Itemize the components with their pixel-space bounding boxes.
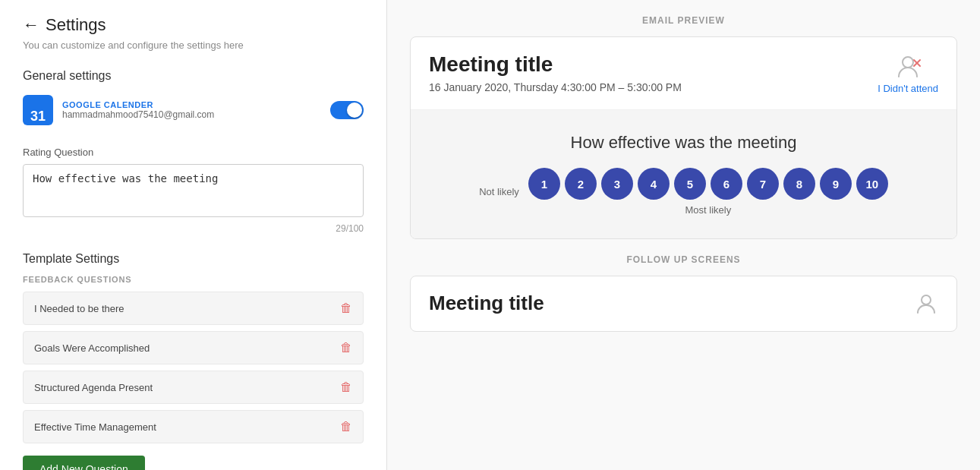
rating-question-label: Rating Question [23,147,364,158]
settings-subtitle: You can customize and configure the sett… [23,39,364,51]
rating-question-input[interactable] [23,164,364,217]
general-section-title: General settings [23,69,364,83]
email-rating-question: How effective was the meeting [429,133,938,153]
email-preview-label: EMAIL PREVIEW [410,15,957,26]
svg-point-3 [922,295,931,304]
feedback-item-1: I Needed to be there 🗑 [23,292,364,325]
follow-up-person-icon [914,292,938,316]
meeting-info: Meeting title 16 January 2020, Thursday … [429,52,682,93]
char-count: 29/100 [23,223,364,234]
calendar-email: hammadmahmood75410@gmail.com [62,109,214,120]
template-section-title: Template Settings [23,252,364,266]
follow-up-title: Meeting title [429,292,544,315]
add-question-button[interactable]: Add New Question [23,456,145,470]
rating-btn-2[interactable]: 2 [565,168,597,200]
feedback-item-4: Effective Time Management 🗑 [23,410,364,443]
rating-btn-4[interactable]: 4 [638,168,670,200]
settings-title: Settings [46,15,106,35]
back-arrow-icon: ← [23,15,39,35]
rating-btn-9[interactable]: 9 [820,168,852,200]
toggle-knob [347,103,362,118]
not-likely-label: Not likely [479,186,519,197]
delete-icon-3[interactable]: 🗑 [340,380,352,394]
most-likely-label: Most likely [685,204,732,216]
follow-up-label: FOLLOW UP SCREENS [410,254,957,265]
feedback-text-2: Goals Were Accomplished [34,342,150,354]
rating-btn-1[interactable]: 1 [528,168,560,200]
email-preview-card: Meeting title 16 January 2020, Thursday … [410,36,957,239]
meeting-date: 16 January 2020, Thursday 4:30:00 PM – 5… [429,81,682,93]
calendar-row: 31 GOOGLE CALENDER hammadmahmood75410@gm… [23,95,364,125]
feedback-item-3: Structured Agenda Present 🗑 [23,371,364,404]
back-button[interactable]: ← Settings [23,15,364,35]
delete-icon-2[interactable]: 🗑 [340,341,352,355]
calendar-info: 31 GOOGLE CALENDER hammadmahmood75410@gm… [23,95,214,125]
delete-icon-4[interactable]: 🗑 [340,420,352,434]
calendar-details: GOOGLE CALENDER hammadmahmood75410@gmail… [62,100,214,120]
rating-btn-5[interactable]: 5 [674,168,706,200]
right-panel: EMAIL PREVIEW Meeting title 16 January 2… [387,0,980,470]
attendee-icon [894,52,922,80]
didnt-attend-link[interactable]: I Didn't attend [878,83,938,94]
rating-section: How effective was the meeting Not likely… [411,110,956,238]
rating-numbers: 1 2 3 4 5 6 7 8 9 10 [528,168,888,200]
svg-point-0 [903,57,913,68]
email-header: Meeting title 16 January 2020, Thursday … [411,37,956,110]
left-panel: ← Settings You can customize and configu… [0,0,387,470]
rating-btn-6[interactable]: 6 [711,168,742,200]
feedback-text-3: Structured Agenda Present [34,382,153,393]
delete-icon-1[interactable]: 🗑 [340,301,352,315]
calendar-icon: 31 [23,95,53,125]
feedback-questions-label: FEEDBACK QUESTIONS [23,275,364,284]
rating-btn-10[interactable]: 10 [856,168,888,200]
rating-btn-8[interactable]: 8 [783,168,815,200]
attendee-area: I Didn't attend [878,52,938,94]
meeting-title: Meeting title [429,52,682,77]
calendar-number: 31 [30,109,46,123]
calendar-toggle[interactable] [330,101,364,119]
feedback-text-1: I Needed to be there [34,303,124,314]
rating-btn-3[interactable]: 3 [601,168,633,200]
feedback-text-4: Effective Time Management [34,421,156,433]
calendar-label: GOOGLE CALENDER [62,100,214,109]
feedback-item-2: Goals Were Accomplished 🗑 [23,331,364,364]
rating-btn-7[interactable]: 7 [747,168,779,200]
rating-buttons-wrap: 1 2 3 4 5 6 7 8 9 10 Most likely [528,168,888,216]
follow-up-card: Meeting title [410,276,957,332]
follow-up-header-row: Meeting title [411,276,956,331]
